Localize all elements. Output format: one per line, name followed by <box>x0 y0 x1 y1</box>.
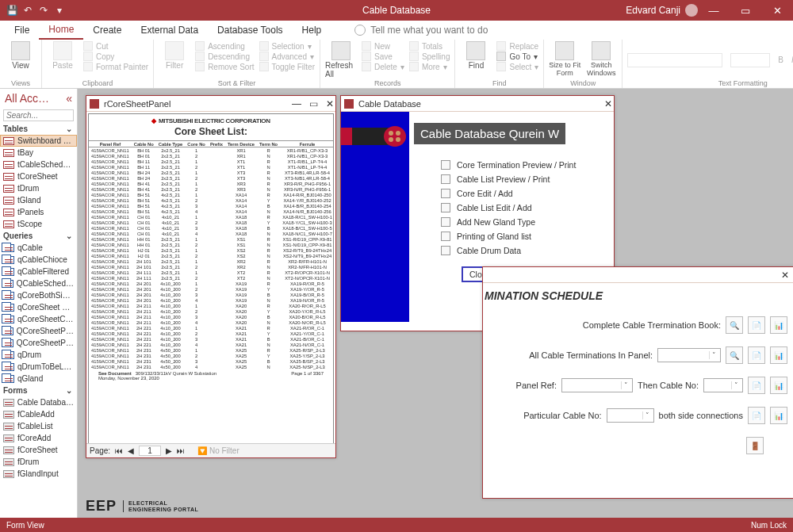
print-button[interactable]: 📄 <box>748 316 765 334</box>
nav-item[interactable]: qDrum <box>0 349 77 361</box>
replace-button[interactable]: Replace <box>496 41 538 51</box>
nav-item[interactable]: qDrumToBeL… <box>0 361 77 373</box>
tab-create[interactable]: Create <box>83 21 131 39</box>
save-button[interactable]: Save <box>362 52 404 61</box>
nav-item[interactable]: tPanels <box>0 206 77 218</box>
tab-help[interactable]: Help <box>293 21 331 39</box>
menu-option[interactable]: Core Edit / Add <box>441 189 614 198</box>
nav-item[interactable]: qCoreBothSi… <box>0 289 77 301</box>
first-page-button[interactable]: ⏮ <box>115 446 123 455</box>
switch-windows-button[interactable]: Switch Windows <box>585 41 617 77</box>
nav-item[interactable]: tBay <box>0 147 77 159</box>
nav-item[interactable]: qCableChioce <box>0 254 77 266</box>
print-button[interactable]: 📄 <box>748 346 765 364</box>
nav-item[interactable]: fCoreAdd <box>0 432 77 444</box>
tab-home[interactable]: Home <box>39 21 83 40</box>
nav-collapse-icon[interactable]: « <box>66 92 72 105</box>
print-button[interactable]: 📄 <box>748 407 765 424</box>
close-button[interactable]: ✕ <box>761 5 793 17</box>
menu-option[interactable]: Cable List Edit / Add <box>441 203 614 212</box>
preview-button[interactable]: 🔍 <box>726 346 743 364</box>
delete-button[interactable]: Delete▾ <box>362 62 404 71</box>
refresh-all-button[interactable]: Refresh All <box>325 41 357 78</box>
nav-item[interactable]: QCoreSheetP… <box>0 325 77 337</box>
menu-option[interactable]: Cable Drum Data <box>441 246 614 255</box>
selection-button[interactable]: Selection▾ <box>259 41 315 51</box>
close-button[interactable]: 🚪 <box>746 437 764 454</box>
panel-ref-select[interactable] <box>561 378 633 392</box>
format-painter-button[interactable]: Format Painter <box>83 62 148 71</box>
nav-item[interactable]: Cable Databa… <box>0 396 77 408</box>
nav-search-input[interactable] <box>3 109 74 121</box>
close-button[interactable]: ✕ <box>326 98 334 109</box>
nav-section-queries[interactable]: Queries⌄ <box>0 230 77 242</box>
user-account[interactable]: Edvard Canji <box>626 4 698 17</box>
more-button[interactable]: More▾ <box>409 62 450 71</box>
nav-section-forms[interactable]: Forms⌄ <box>0 385 77 396</box>
nav-item[interactable]: fGlandInput <box>0 468 77 480</box>
nav-item[interactable]: QCableSched… <box>0 277 77 289</box>
nav-item[interactable]: tDrum <box>0 182 77 194</box>
maximize-button[interactable]: ▭ <box>730 5 761 17</box>
nav-section-tables[interactable]: Tables⌄ <box>0 123 77 135</box>
nav-item[interactable]: qCable <box>0 242 77 254</box>
spelling-button[interactable]: Spelling <box>409 52 450 61</box>
goto-button[interactable]: Go To▾ <box>496 52 538 61</box>
export-button[interactable]: 📊 <box>770 377 787 394</box>
filter-button[interactable]: Filter <box>159 41 190 70</box>
save-icon[interactable]: 💾 <box>5 5 19 16</box>
new-button[interactable]: New <box>362 41 404 51</box>
export-button[interactable]: 📊 <box>770 407 787 424</box>
copy-button[interactable]: Copy <box>83 52 148 61</box>
cable-no-select[interactable] <box>703 378 743 392</box>
minimize-button[interactable]: — <box>698 5 730 17</box>
page-number[interactable]: 1 <box>139 446 161 456</box>
nav-item[interactable]: fCableAdd <box>0 408 77 420</box>
totals-button[interactable]: Totals <box>409 41 450 51</box>
remove-sort-button[interactable]: Remove Sort <box>195 62 254 71</box>
nav-item[interactable]: tGland <box>0 194 77 206</box>
nav-item[interactable]: QCoreSheetP… <box>0 337 77 349</box>
size-to-fit-button[interactable]: Size to Fit Form <box>549 41 580 77</box>
particular-cable-select[interactable] <box>607 408 654 423</box>
tab-external-data[interactable]: External Data <box>131 21 208 39</box>
nav-item[interactable]: qCoreSheet … <box>0 301 77 313</box>
undo-icon[interactable]: ↶ <box>21 5 35 16</box>
nav-item[interactable]: qCableFiltered <box>0 266 77 277</box>
next-page-button[interactable]: ▶ <box>166 446 172 455</box>
view-button[interactable]: View <box>5 41 36 70</box>
toggle-filter-button[interactable]: Toggle Filter <box>259 62 315 71</box>
prev-page-button[interactable]: ◀ <box>128 446 134 455</box>
print-button[interactable]: 📄 <box>748 377 765 394</box>
qat-more-icon[interactable]: ▾ <box>52 5 67 16</box>
preview-button[interactable]: 🔍 <box>726 316 743 334</box>
minimize-button[interactable]: — <box>292 98 301 109</box>
menu-option[interactable]: Printing of Gland list <box>441 232 614 241</box>
bold-icon[interactable]: B <box>778 55 783 64</box>
select-button[interactable]: Select▾ <box>496 62 538 71</box>
menu-option[interactable]: Cable List Preview / Print <box>441 174 614 184</box>
nav-item[interactable]: Switchboard … <box>0 135 77 147</box>
paste-button[interactable]: Paste <box>47 41 79 70</box>
nav-item[interactable]: fDrum <box>0 456 77 468</box>
redo-icon[interactable]: ↷ <box>36 5 51 16</box>
close-button[interactable]: ✕ <box>604 98 612 109</box>
panel-select[interactable] <box>657 348 721 362</box>
nav-item[interactable]: qGland <box>0 373 77 385</box>
menu-option[interactable]: Add New Gland Type <box>441 217 614 227</box>
nav-item[interactable]: tCoreSheet <box>0 170 77 182</box>
ascending-button[interactable]: Ascending <box>195 41 254 51</box>
close-button[interactable]: ✕ <box>781 270 789 281</box>
nav-item[interactable]: qCoreSheetC… <box>0 313 77 325</box>
menu-option[interactable]: Core Termination Preview / Print <box>441 160 614 170</box>
tab-file[interactable]: File <box>5 21 39 39</box>
export-button[interactable]: 📊 <box>770 316 787 334</box>
tell-me-search[interactable]: Tell me what you want to do <box>345 21 497 39</box>
maximize-button[interactable]: ▭ <box>309 98 318 109</box>
last-page-button[interactable]: ⏭ <box>177 446 185 455</box>
advanced-button[interactable]: Advanced▾ <box>259 52 315 61</box>
nav-item[interactable]: fCoreSheet <box>0 444 77 456</box>
cut-button[interactable]: Cut <box>83 41 148 51</box>
find-button[interactable]: Find <box>460 41 492 70</box>
export-button[interactable]: 📊 <box>770 346 787 364</box>
